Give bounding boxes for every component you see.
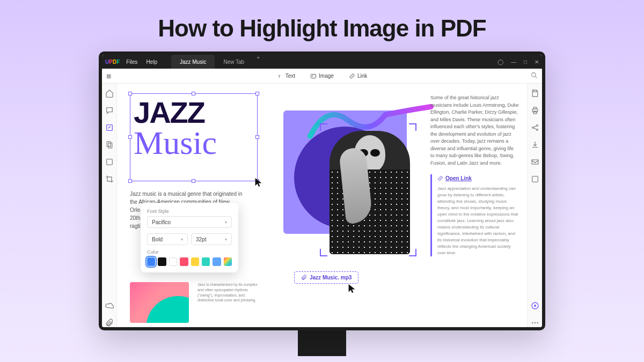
panel-toggle-icon[interactable]: ▦: [106, 73, 111, 79]
svg-point-21: [537, 322, 538, 324]
heading-music: Music: [130, 126, 257, 159]
more-icon[interactable]: [531, 319, 539, 327]
cursor-icon: [348, 283, 356, 294]
font-style-label: Font Style: [147, 209, 169, 214]
color-swatch[interactable]: [169, 257, 177, 266]
svg-point-3: [532, 73, 536, 77]
svg-point-12: [532, 127, 533, 129]
svg-point-19: [532, 322, 533, 324]
svg-text:T: T: [278, 74, 281, 79]
mini-paragraph: Jazz is characterized by its complex and…: [197, 282, 262, 303]
open-link-button[interactable]: Open Link: [437, 174, 519, 182]
tab-new[interactable]: New Tab: [215, 55, 253, 69]
svg-point-14: [536, 129, 538, 131]
link-icon: [349, 73, 355, 79]
home-icon[interactable]: [105, 89, 114, 98]
image-crop-frame[interactable]: [320, 123, 416, 256]
decorative-image: [130, 282, 189, 323]
pages-icon[interactable]: [105, 141, 114, 149]
search-icon[interactable]: [531, 72, 538, 80]
add-tab-button[interactable]: +: [253, 55, 264, 69]
text-selection-frame[interactable]: JAZZ Music: [130, 93, 258, 181]
page-title: How to Highlight Image in PDF: [0, 0, 644, 51]
color-label: Color: [147, 249, 232, 255]
svg-rect-8: [106, 159, 112, 165]
color-swatch[interactable]: [213, 257, 221, 266]
tool-link[interactable]: Link: [349, 73, 367, 79]
right-column: Some of the great historical jazz musici…: [430, 94, 519, 256]
cloud-icon[interactable]: [105, 301, 114, 310]
link-icon: [437, 175, 443, 181]
color-swatch[interactable]: [202, 257, 210, 266]
font-family-select[interactable]: Pacifico: [147, 216, 232, 228]
color-swatch[interactable]: [158, 257, 166, 266]
gradient-swatch[interactable]: [224, 257, 232, 266]
image-icon: [310, 73, 317, 79]
mail-icon[interactable]: [531, 158, 539, 166]
font-size-select[interactable]: 32pt: [191, 233, 232, 245]
assistant-icon[interactable]: [531, 301, 539, 310]
edit-toolbar: ▦ T Text Image Link: [102, 69, 542, 84]
color-swatches: [147, 257, 232, 266]
convert-icon[interactable]: [531, 175, 539, 183]
monitor-frame: UPDF Files Help Jazz Music New Tab + ◯ —…: [99, 51, 545, 356]
minimize-button[interactable]: —: [511, 59, 516, 65]
svg-rect-10: [533, 107, 536, 109]
monitor-stand: [298, 329, 346, 356]
svg-rect-1: [311, 74, 316, 78]
share-icon[interactable]: [531, 123, 539, 132]
app-logo: UPDF: [105, 59, 120, 65]
export-icon[interactable]: [531, 141, 539, 149]
font-weight-select[interactable]: Bold: [147, 233, 188, 245]
user-icon[interactable]: ◯: [497, 59, 503, 65]
svg-point-2: [312, 75, 313, 76]
center-image-group: [278, 94, 418, 261]
svg-line-4: [535, 76, 537, 78]
title-bar: UPDF Files Help Jazz Music New Tab + ◯ —…: [102, 55, 542, 69]
color-swatch[interactable]: [191, 257, 199, 266]
svg-rect-16: [532, 176, 538, 182]
save-icon[interactable]: [531, 89, 539, 98]
heading-jazz: JAZZ: [130, 94, 257, 126]
color-swatch[interactable]: [180, 257, 188, 266]
menu-files[interactable]: Files: [126, 59, 137, 65]
color-swatch[interactable]: [147, 257, 155, 266]
tools-icon[interactable]: [105, 158, 114, 166]
tool-text[interactable]: T Text: [277, 73, 295, 79]
tool-image[interactable]: Image: [310, 73, 334, 79]
svg-point-13: [536, 125, 538, 127]
comment-icon[interactable]: [105, 106, 114, 115]
left-toolbar: [102, 84, 117, 327]
text-icon: T: [277, 73, 283, 79]
close-button[interactable]: ✕: [535, 59, 539, 65]
link-paragraph: Jazz appreciation and understanding can …: [437, 186, 519, 256]
maximize-button[interactable]: □: [524, 59, 527, 65]
edit-icon[interactable]: [105, 123, 114, 132]
font-style-panel: Font Style Pacifico Bold 32pt Color: [141, 203, 238, 272]
svg-point-20: [534, 322, 536, 324]
screen: UPDF Files Help Jazz Music New Tab + ◯ —…: [99, 51, 545, 330]
print-icon[interactable]: [531, 106, 539, 115]
attachment-chip[interactable]: Jazz Music. mp3: [294, 271, 358, 284]
right-toolbar: [527, 84, 542, 327]
right-paragraph: Some of the great historical jazz musici…: [430, 94, 519, 167]
crop-icon[interactable]: [105, 175, 114, 183]
attachment-icon[interactable]: [105, 319, 114, 327]
svg-point-18: [534, 305, 536, 307]
paperclip-icon: [301, 275, 307, 280]
cursor-icon: [254, 177, 263, 188]
svg-rect-15: [532, 160, 538, 164]
menu-help[interactable]: Help: [146, 59, 157, 65]
link-callout: Open Link Jazz appreciation and understa…: [430, 174, 519, 256]
document-canvas[interactable]: JAZZ Music Jazz music is a musical genre…: [117, 84, 527, 327]
tab-active[interactable]: Jazz Music: [171, 55, 215, 69]
